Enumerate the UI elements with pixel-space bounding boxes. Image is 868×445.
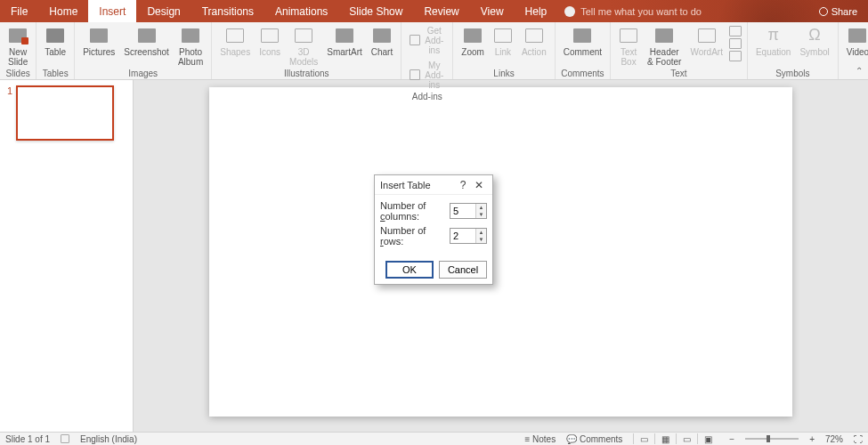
tab-slideshow[interactable]: Slide Show	[338, 0, 413, 22]
group-label-addins: Add-ins	[412, 92, 442, 102]
tab-home[interactable]: Home	[38, 0, 88, 22]
tab-file[interactable]: File	[0, 0, 38, 22]
group-label-images: Images	[128, 69, 158, 79]
group-tables: Table Tables	[37, 22, 75, 79]
object-icon[interactable]	[729, 51, 742, 61]
tab-review[interactable]: Review	[413, 0, 469, 22]
cancel-button[interactable]: Cancel	[439, 261, 487, 279]
wordart-button[interactable]: WordArt	[685, 24, 727, 59]
ok-button[interactable]: OK	[385, 261, 434, 279]
header-footer-button[interactable]: Header & Footer	[643, 24, 685, 69]
slide-thumbnail[interactable]	[16, 85, 114, 141]
cols-spinner[interactable]: ▲▼	[450, 203, 487, 219]
group-label-text: Text	[670, 69, 686, 79]
tab-transitions[interactable]: Transitions	[191, 0, 264, 22]
slideshow-view-icon[interactable]: ▣	[697, 433, 718, 444]
zoom-button[interactable]: Zoom	[457, 24, 489, 59]
rows-input[interactable]	[450, 229, 475, 243]
slides-panel: 1	[0, 80, 134, 432]
lightbulb-icon	[564, 6, 575, 17]
zoom-out-button[interactable]: −	[729, 434, 734, 444]
pictures-button[interactable]: Pictures	[78, 24, 119, 59]
rows-label: Number of rows:	[380, 225, 446, 247]
symbol-button[interactable]: ΩSymbol	[795, 24, 833, 59]
insert-table-dialog: Insert Table ? ✕ Number of columns: ▲▼ N…	[374, 174, 493, 285]
cols-up-icon[interactable]: ▲	[476, 204, 486, 211]
cols-label: Number of columns:	[380, 200, 446, 222]
comment-button[interactable]: Comment	[559, 24, 606, 59]
ribbon: New Slide Slides Table Tables Pictures S…	[0, 22, 868, 80]
group-slides: New Slide Slides	[0, 22, 37, 79]
accessibility-icon[interactable]	[61, 434, 69, 443]
group-media: Video Audio Screen Recording Media	[839, 22, 868, 79]
textbox-button[interactable]: Text Box	[614, 24, 643, 69]
slide-thumb-row[interactable]: 1	[7, 85, 126, 141]
comments-button[interactable]: 💬 Comments	[566, 434, 622, 444]
share-label: Share	[831, 6, 857, 17]
status-slide: Slide 1 of 1	[5, 434, 50, 444]
equation-button[interactable]: πEquation	[751, 24, 795, 59]
get-addins-button[interactable]: Get Add-ins	[405, 24, 449, 57]
date-time-icon[interactable]	[729, 26, 742, 36]
ribbon-tabs: File Home Insert Design Transitions Anim…	[0, 0, 557, 22]
table-button[interactable]: Table	[40, 24, 70, 59]
zoom-slider[interactable]	[745, 438, 799, 440]
group-illustrations: Shapes Icons 3D Models SmartArt Chart Il…	[212, 22, 402, 79]
status-language[interactable]: English (India)	[80, 434, 137, 444]
photo-album-button[interactable]: Photo Album	[174, 24, 207, 69]
rows-up-icon[interactable]: ▲	[476, 229, 486, 236]
screenshot-button[interactable]: Screenshot	[119, 24, 174, 59]
status-bar: Slide 1 of 1 English (India) ≡ Notes 💬 C…	[0, 432, 868, 445]
dialog-help-button[interactable]: ?	[455, 179, 471, 191]
dialog-title: Insert Table	[380, 180, 455, 190]
dialog-body: Number of columns: ▲▼ Number of rows: ▲▼	[375, 195, 492, 255]
smartart-button[interactable]: SmartArt	[322, 24, 366, 59]
sorter-view-icon[interactable]: ▦	[654, 433, 676, 444]
group-links: Zoom Link Action Links	[453, 22, 555, 79]
collapse-ribbon-icon[interactable]: ⌃	[856, 66, 863, 76]
my-addins-button[interactable]: My Add-ins	[405, 59, 449, 92]
tab-help[interactable]: Help	[515, 0, 558, 22]
tab-animations[interactable]: Animations	[264, 0, 338, 22]
dialog-titlebar[interactable]: Insert Table ? ✕	[375, 175, 492, 195]
group-label-comments: Comments	[561, 69, 604, 79]
group-label-links: Links	[493, 69, 514, 79]
slide-canvas[interactable]	[209, 87, 792, 417]
dialog-close-button[interactable]: ✕	[471, 179, 487, 191]
reading-view-icon[interactable]: ▭	[676, 433, 697, 444]
shapes-button[interactable]: Shapes	[215, 24, 255, 59]
notes-button[interactable]: ≡ Notes	[524, 434, 556, 444]
zoom-level[interactable]: 72%	[825, 434, 843, 444]
group-label-tables: Tables	[43, 69, 69, 79]
action-button[interactable]: Action	[517, 24, 551, 59]
video-button[interactable]: Video	[842, 24, 868, 59]
fit-to-window-icon[interactable]: ⛶	[854, 434, 863, 444]
tab-design[interactable]: Design	[136, 0, 191, 22]
group-label-illustrations: Illustrations	[284, 69, 329, 79]
thumb-number: 1	[7, 85, 12, 96]
tell-me-search[interactable]: Tell me what you want to do	[564, 6, 702, 17]
slide-number-icon[interactable]	[729, 38, 742, 49]
cols-down-icon[interactable]: ▼	[476, 211, 486, 218]
group-label-symbols: Symbols	[775, 69, 809, 79]
canvas-area	[134, 80, 868, 432]
rows-down-icon[interactable]: ▼	[476, 236, 486, 243]
share-button[interactable]: Share	[819, 6, 857, 17]
zoom-in-button[interactable]: +	[809, 434, 815, 444]
share-icon	[819, 7, 828, 16]
view-buttons: ▭ ▦ ▭ ▣	[633, 433, 718, 444]
normal-view-icon[interactable]: ▭	[633, 433, 654, 444]
icons-button[interactable]: Icons	[255, 24, 285, 59]
tell-me-placeholder: Tell me what you want to do	[580, 6, 702, 17]
title-bar: File Home Insert Design Transitions Anim…	[0, 0, 868, 22]
group-comments: Comment Comments	[556, 22, 611, 79]
rows-spinner[interactable]: ▲▼	[450, 228, 487, 244]
tab-insert[interactable]: Insert	[88, 0, 136, 22]
group-symbols: πEquation ΩSymbol Symbols	[748, 22, 839, 79]
tab-view[interactable]: View	[470, 0, 515, 22]
3d-models-button[interactable]: 3D Models	[285, 24, 322, 69]
cols-input[interactable]	[450, 204, 475, 218]
chart-button[interactable]: Chart	[367, 24, 397, 59]
new-slide-button[interactable]: New Slide	[4, 24, 32, 69]
link-button[interactable]: Link	[489, 24, 517, 59]
